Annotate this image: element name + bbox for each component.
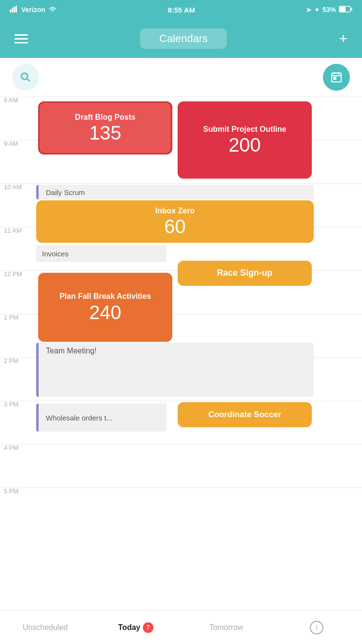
info-icon: i [310,621,323,634]
event-plan-fall-title: Plan Fall Break Activities [59,292,151,302]
tab-info[interactable]: i [272,621,362,634]
event-inbox-zero[interactable]: Inbox Zero 60 [36,200,314,243]
event-draft-blog[interactable]: Draft Blog Posts 135 [38,101,172,154]
event-submit-project[interactable]: Submit Project Outline 200 [178,101,312,179]
time-4pm: 4 PM [0,444,36,488]
event-invoices-title: Invoices [42,250,69,258]
event-draft-blog-title: Draft Blog Posts [75,112,135,123]
event-coordinate-soccer[interactable]: Coordinate Soccer [178,402,312,427]
event-wholesale-title: Wholesale orders t... [42,414,112,422]
today-calendar-button[interactable] [323,64,350,91]
header-title: Calendars [140,28,227,49]
svg-rect-5 [350,8,352,11]
toolbar [0,58,362,97]
calendar-icon [330,71,343,84]
search-button[interactable] [12,64,39,91]
svg-rect-13 [334,77,336,79]
event-coordinate-soccer-title: Coordinate Soccer [208,409,281,420]
event-daily-scrum[interactable]: Daily Scrum [36,185,314,199]
app-header: Calendars + [0,19,362,58]
svg-rect-6 [340,7,346,12]
svg-rect-9 [332,73,341,82]
status-time: 8:55 AM [167,6,195,14]
event-race-signup-title: Race Sign-up [217,267,272,279]
event-wholesale[interactable]: Wholesale orders t... [36,404,167,432]
search-icon [19,71,32,84]
tab-tomorrow[interactable]: Tomorrow [181,623,272,632]
svg-rect-3 [15,6,17,13]
event-draft-blog-number: 135 [89,122,122,143]
svg-point-7 [21,73,28,79]
battery-label: 53% [322,6,336,14]
event-race-signup[interactable]: Race Sign-up [178,261,312,286]
time-2pm: 2 PM [0,357,36,401]
tab-tomorrow-label: Tomorrow [209,623,243,632]
carrier-label: Verizon [21,6,45,14]
svg-rect-2 [14,7,15,13]
event-inbox-zero-title: Inbox Zero [155,206,195,216]
time-11am: 11 AM [0,227,36,270]
svg-line-8 [27,79,30,82]
status-right: ➤ ✦ 53% [306,6,352,14]
location-icon: ➤ [306,6,311,14]
signal-icon [10,6,18,14]
event-daily-scrum-title: Daily Scrum [42,188,85,196]
events-area: Draft Blog Posts 135 Submit Project Outl… [36,97,362,610]
tab-today[interactable]: Today 7 [91,622,181,633]
event-team-meeting-title: Team Meeting! [42,347,97,355]
tab-today-label: Today [118,623,140,632]
time-1pm: 1 PM [0,314,36,357]
wifi-icon [48,6,57,14]
time-10am: 10 AM [0,183,36,227]
tab-unscheduled[interactable]: Unscheduled [0,623,91,632]
add-button[interactable]: + [339,30,348,47]
battery-icon [339,6,352,14]
calendar-timeline: 8 AM 9 AM 10 AM 11 AM 12 PM 1 PM 2 PM 3 [0,97,362,610]
event-plan-fall[interactable]: Plan Fall Break Activities 240 [38,273,172,342]
tab-bar: Unscheduled Today 7 Tomorrow i [0,610,362,644]
status-left: Verizon [10,6,57,14]
tab-unscheduled-label: Unscheduled [23,623,68,632]
event-submit-project-number: 200 [229,134,261,155]
event-plan-fall-number: 240 [89,302,122,323]
status-bar: Verizon 8:55 AM ➤ ✦ 53% [0,0,362,19]
event-inbox-zero-number: 60 [164,216,186,237]
event-team-meeting[interactable]: Team Meeting! [36,343,314,397]
time-9am: 9 AM [0,140,36,183]
tab-today-badge: 7 [143,622,153,633]
menu-button[interactable] [14,34,28,43]
event-submit-project-title: Submit Project Outline [203,125,286,135]
event-invoices[interactable]: Invoices [36,245,167,262]
time-5pm: 5 PM [0,488,36,531]
time-3pm: 3 PM [0,401,36,444]
bluetooth-icon: ✦ [314,6,320,14]
time-12pm: 12 PM [0,270,36,314]
time-8am: 8 AM [0,97,36,140]
svg-rect-0 [10,10,11,13]
svg-rect-1 [12,8,13,13]
